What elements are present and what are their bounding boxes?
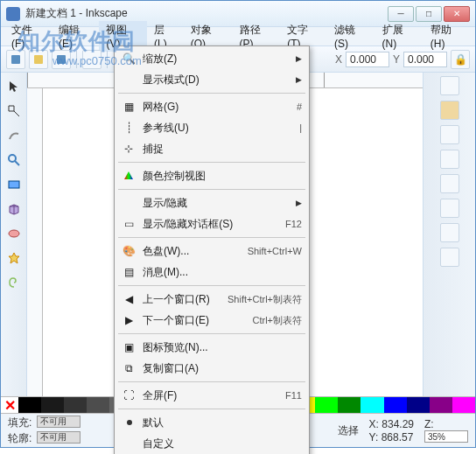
fill-value[interactable]: 不可用 — [37, 416, 80, 428]
copy-icon[interactable] — [440, 150, 459, 169]
ruler-vertical — [27, 88, 43, 396]
guide-icon: ┊ — [121, 120, 136, 136]
swatch[interactable] — [315, 397, 338, 413]
y-label: Y — [393, 53, 400, 66]
x-label: X — [335, 53, 342, 66]
zoom-icon: 🔍 — [121, 51, 136, 66]
snap-bbox[interactable] — [440, 101, 459, 120]
menu-display-mode[interactable]: 显示模式(D)▶ — [116, 69, 307, 90]
window-title: 新建文档 1 - Inkscape — [25, 6, 388, 21]
no-color-swatch[interactable]: ✕ — [1, 397, 18, 413]
menu-zoom[interactable]: 🔍缩放(Z)▶ — [116, 48, 307, 69]
minimize-button[interactable]: ─ — [388, 6, 414, 22]
message-icon: ▤ — [121, 264, 136, 280]
menu-color-managed[interactable]: 颜色控制视图 — [116, 165, 307, 186]
prev-window-icon: ◀ — [121, 291, 136, 307]
menu-filters[interactable]: 滤镜(S) — [327, 21, 375, 52]
menu-messages[interactable]: ▤消息(M)... — [116, 262, 307, 283]
right-toolbox — [423, 73, 475, 396]
select-label: 选择 — [338, 423, 359, 438]
fill-label: 填充: — [8, 416, 32, 430]
grid-icon: ▦ — [121, 99, 136, 115]
star-tool[interactable] — [4, 248, 24, 269]
svg-line-1 — [15, 161, 19, 165]
x-input[interactable]: 0.000 — [346, 52, 389, 67]
menu-default-view[interactable]: 默认 — [116, 412, 307, 433]
swatch[interactable] — [430, 397, 452, 413]
fullscreen-icon: ⛶ — [121, 388, 136, 403]
maximize-button[interactable]: □ — [416, 6, 442, 22]
palette-icon: 🎨 — [121, 243, 136, 259]
menubar: 文件(F) 编辑(E) 视图(V) 层(L) 对象(O) 路径(P) 文字(T)… — [1, 27, 475, 46]
radio-dot-icon — [127, 420, 132, 425]
menu-show-hide[interactable]: 显示/隐藏▶ — [116, 192, 307, 213]
swatch[interactable] — [338, 397, 360, 413]
next-window-icon: ▶ — [121, 312, 136, 328]
snap-icon: ⊹ — [121, 141, 136, 157]
preview-icon: ▣ — [121, 339, 136, 355]
swatch[interactable] — [64, 397, 87, 413]
swatch[interactable] — [41, 397, 64, 413]
y-input[interactable]: 0.000 — [403, 52, 447, 67]
menu-grid[interactable]: ▦网格(G)# — [116, 96, 307, 117]
menu-show-hide-dialogs[interactable]: ▭显示/隐藏对话框(S)F12 — [116, 213, 307, 234]
cursor-x-value: 834.29 — [382, 418, 414, 430]
stroke-label: 轮廓: — [8, 431, 32, 446]
menu-icon-preview[interactable]: ▣图标预览(N)... — [116, 337, 307, 358]
swatch[interactable] — [87, 397, 109, 413]
open-button[interactable] — [29, 50, 48, 69]
menu-prev-window[interactable]: ◀上一个窗口(R)Shift+Ctrl+制表符 — [116, 289, 307, 310]
dialog-icon: ▭ — [121, 216, 136, 232]
menu-file[interactable]: 文件(F) — [4, 21, 52, 52]
cursor-x-label: X: — [369, 418, 379, 430]
cut-icon[interactable] — [440, 199, 459, 218]
app-icon — [6, 7, 20, 21]
lock-icon[interactable]: 🔒 — [451, 50, 470, 69]
duplicate-icon: ⧉ — [121, 360, 136, 376]
snap-node[interactable] — [440, 125, 459, 144]
svg-point-0 — [9, 155, 16, 162]
menu-duplicate-window[interactable]: ⧉复制窗口(A) — [116, 358, 307, 379]
color-triangle-icon — [121, 168, 136, 184]
save-button[interactable] — [52, 50, 71, 69]
svg-rect-2 — [9, 181, 19, 188]
spiral-tool[interactable] — [4, 272, 24, 293]
menu-swatches[interactable]: 🎨色盘(W)...Shift+Ctrl+W — [116, 241, 307, 262]
redo-icon[interactable] — [440, 248, 459, 267]
view-dropdown: 🔍缩放(Z)▶ 显示模式(D)▶ ▦网格(G)# ┊参考线(U)| ⊹捕捉 颜色… — [114, 45, 310, 454]
undo-icon[interactable] — [440, 223, 459, 242]
menu-snap[interactable]: ⊹捕捉 — [116, 138, 307, 159]
swatch[interactable] — [18, 397, 41, 413]
menu-extensions[interactable]: 扩展(N) — [375, 21, 424, 52]
swatch[interactable] — [407, 397, 430, 413]
swatch[interactable] — [384, 397, 407, 413]
ellipse-tool[interactable] — [4, 223, 24, 244]
zoom-tool[interactable] — [4, 150, 24, 171]
swatch[interactable] — [452, 397, 475, 413]
zoom-value[interactable]: 35% — [424, 430, 468, 443]
print-button[interactable] — [82, 50, 102, 69]
cursor-y-value: 868.57 — [382, 431, 414, 444]
node-tool[interactable] — [4, 101, 24, 122]
menu-guides[interactable]: ┊参考线(U)| — [116, 117, 307, 138]
zoom-label: Z: — [424, 418, 434, 430]
paste-icon[interactable] — [440, 174, 459, 193]
left-toolbox — [1, 73, 27, 396]
selector-tool[interactable] — [4, 76, 24, 97]
cursor-y-label: Y: — [369, 431, 379, 444]
rect-tool[interactable] — [4, 174, 24, 195]
3dbox-tool[interactable] — [4, 199, 24, 220]
new-doc-button[interactable] — [6, 50, 25, 69]
menu-help[interactable]: 帮助(H) — [424, 21, 472, 52]
stroke-value[interactable]: 不可用 — [37, 431, 80, 444]
close-button[interactable]: ✕ — [444, 6, 470, 22]
menu-custom-view[interactable]: 自定义 — [116, 433, 307, 454]
tweak-tool[interactable] — [4, 125, 24, 146]
menu-fullscreen[interactable]: ⛶全屏(F)F11 — [116, 385, 307, 406]
swatch[interactable] — [360, 397, 383, 413]
svg-point-3 — [9, 230, 19, 237]
menu-edit[interactable]: 编辑(E) — [52, 21, 100, 52]
menu-next-window[interactable]: ▶下一个窗口(E)Ctrl+制表符 — [116, 310, 307, 331]
snap-toggle[interactable] — [440, 76, 459, 95]
